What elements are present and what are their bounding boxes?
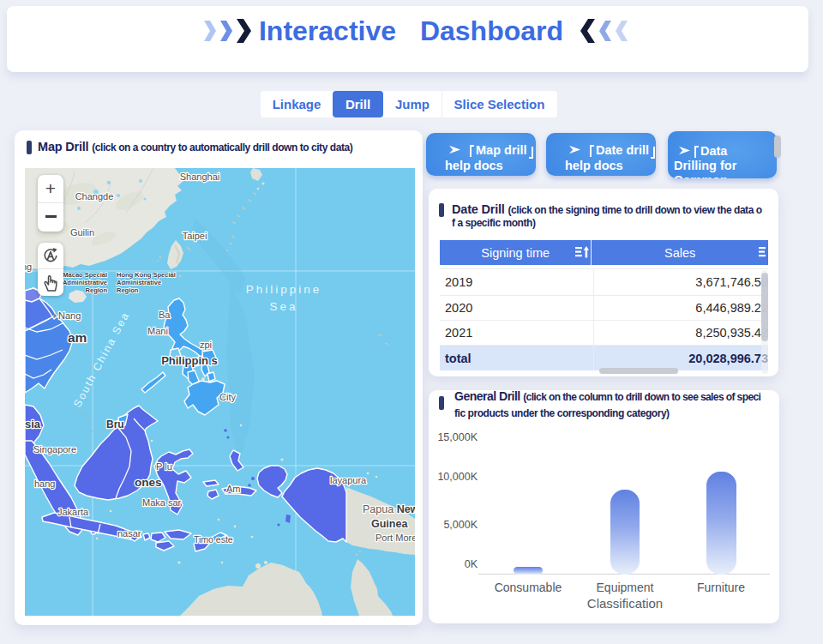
svg-text:nasar: nasar [117,528,141,539]
svg-text:City: City [219,392,236,402]
svg-text:Region: Region [117,286,139,294]
svg-text:Administrative: Administrative [117,279,161,286]
svg-text:Shanghai: Shanghai [180,172,220,182]
svg-text:Timo este: Timo este [194,534,233,545]
svg-text:hang: hang [34,478,55,489]
svg-text:Bru: Bru [106,418,124,430]
svg-text:P lu: P lu [156,461,172,472]
svg-text:Administrative: Administrative [63,279,107,286]
svg-text:sia: sia [25,418,41,430]
svg-text:Guilin: Guilin [70,227,94,238]
svg-text:Sea: Sea [269,300,297,313]
svg-text:Ba: Ba [159,310,171,320]
svg-text:Nang: Nang [58,310,81,321]
svg-text:am: am [68,330,87,345]
svg-text:Philippin s: Philippin s [161,354,218,367]
svg-text:Guinea: Guinea [371,518,408,530]
svg-text:Changde: Changde [75,191,114,202]
svg-text:Port Mores: Port Mores [375,533,415,543]
svg-text:Singapore: Singapore [33,444,76,454]
svg-text:Maka sar: Maka sar [142,497,182,508]
svg-text:Macao Special: Macao Special [63,271,107,279]
svg-text:Papua New: Papua New [363,503,415,515]
svg-text:Jakarta: Jakarta [57,507,89,517]
svg-text:layapura: layapura [330,475,367,485]
svg-text:Hong Kong Special: Hong Kong Special [117,271,176,279]
svg-text:Region: Region [86,286,108,294]
svg-text:Philippine: Philippine [246,283,322,296]
svg-text:ng: ng [25,262,32,272]
svg-text:zpi: zpi [200,340,212,350]
svg-text:Taipei: Taipei [183,231,207,241]
svg-text:Mani: Mani [147,326,168,336]
svg-text:ones: ones [135,476,162,489]
svg-text:Am: Am [226,484,241,494]
